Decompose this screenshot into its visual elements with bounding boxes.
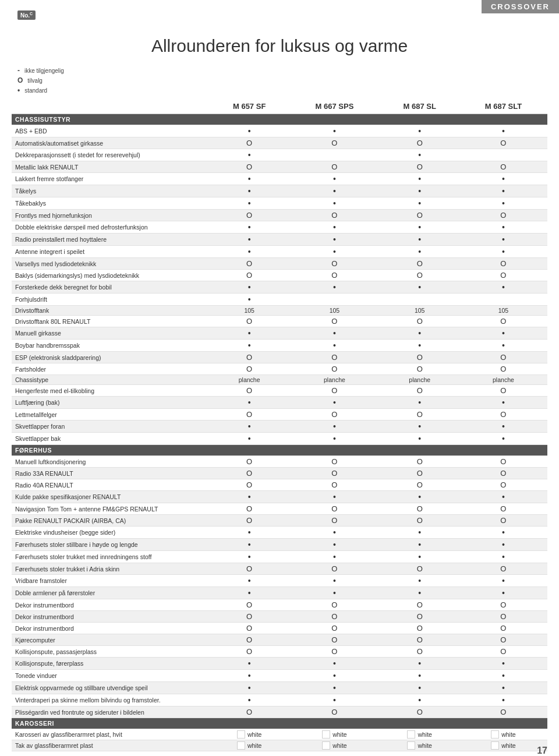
legend-symbol-dash: - <box>17 66 20 75</box>
bullet-icon: • <box>418 126 421 136</box>
value-cell: • <box>210 294 289 306</box>
bullet-icon: • <box>502 328 505 338</box>
circle-icon: O <box>331 469 337 478</box>
value-cell: O <box>210 137 289 149</box>
circle-icon: O <box>246 211 252 220</box>
value-cell: O <box>459 634 547 646</box>
value-cell: O <box>380 258 459 270</box>
circle-icon: O <box>500 612 506 621</box>
value-cell: O <box>210 409 289 421</box>
value-cell <box>459 294 547 306</box>
circle-icon: O <box>500 600 506 609</box>
table-row: Automatisk/automatiset girkasseOOOO <box>12 137 547 149</box>
section-header-row: KAROSSERI <box>12 718 547 729</box>
bullet-icon: • <box>333 126 336 136</box>
table-row: Dobble elektriske dørspeil med defroster… <box>12 221 547 234</box>
col2-header: M 667 SPS <box>289 99 380 114</box>
circle-icon: O <box>417 271 423 280</box>
value-cell: O <box>289 409 380 421</box>
circle-icon: O <box>417 564 423 573</box>
circle-icon: O <box>331 162 337 171</box>
circle-icon: O <box>500 410 506 419</box>
bullet-icon: • <box>502 398 505 407</box>
bullet-icon: • <box>502 174 505 183</box>
bullet-icon: • <box>502 576 505 585</box>
value-cell: • <box>380 221 459 234</box>
value-cell: • <box>210 185 289 197</box>
table-row: FartsholderOOOO <box>12 363 547 375</box>
feature-cell: Førerhusets stoler stillbare i høyde og … <box>12 539 210 551</box>
bullet-icon: • <box>333 174 336 183</box>
circle-icon: O <box>500 259 506 268</box>
bullet-icon: • <box>248 552 251 561</box>
bullet-icon: • <box>333 398 336 407</box>
feature-cell: Tak av glassfiberarmret plast <box>12 740 210 751</box>
circle-icon: O <box>331 457 337 466</box>
bullet-icon: • <box>418 683 421 693</box>
circle-icon: O <box>500 162 506 171</box>
value-cell: O <box>210 468 289 479</box>
value-cell: • <box>459 246 547 258</box>
circle-icon: O <box>246 317 252 326</box>
feature-cell: Luftfjæring (bak) <box>12 397 210 409</box>
bullet-icon: • <box>248 222 251 232</box>
table-row: Antenne integrert i speilet•••• <box>12 246 547 258</box>
value-cell <box>459 149 547 161</box>
bullet-icon: • <box>418 282 421 292</box>
value-cell: • <box>459 125 547 137</box>
bullet-icon: • <box>502 235 505 244</box>
bullet-icon: • <box>248 492 251 501</box>
bullet-icon: • <box>418 588 421 598</box>
value-cell: O <box>459 623 547 634</box>
value-cell: • <box>380 527 459 539</box>
value-cell: • <box>380 327 459 340</box>
value-cell: O <box>459 161 547 173</box>
feature-cell: Doble armlener på førerstoler <box>12 587 210 599</box>
circle-icon: O <box>246 139 252 147</box>
value-cell: O <box>289 623 380 634</box>
circle-icon: O <box>246 600 252 609</box>
value-cell: • <box>459 670 547 682</box>
table-row: Plisségardin ved frontrute og sideruter … <box>12 706 547 718</box>
value-cell: O <box>459 515 547 527</box>
circle-icon: O <box>500 635 506 644</box>
value-cell: O <box>380 210 459 221</box>
circle-icon: O <box>500 564 506 573</box>
section-header-row: CHASSISUTSTYR <box>12 114 547 125</box>
value-cell: white <box>289 740 380 751</box>
bullet-icon: • <box>248 695 251 705</box>
circle-icon: O <box>500 504 506 513</box>
bullet-icon: • <box>333 235 336 244</box>
bullet-icon: • <box>248 540 251 549</box>
value-cell: O <box>289 210 380 221</box>
value-cell: • <box>289 125 380 137</box>
circle-icon: O <box>417 624 423 633</box>
circle-icon: O <box>500 516 506 525</box>
circle-icon: O <box>500 139 506 147</box>
bullet-icon: • <box>248 422 251 431</box>
value-cell: planche <box>210 375 289 385</box>
bullet-icon: • <box>418 695 421 705</box>
value-cell: • <box>210 221 289 234</box>
circle-icon: O <box>417 708 423 716</box>
bullet-icon: • <box>333 576 336 585</box>
legend-text-dash: ikke tilgjengelig <box>24 68 64 74</box>
section-header-label: FØRERHUS <box>12 445 547 456</box>
value-cell: • <box>210 149 289 161</box>
circle-icon: O <box>417 635 423 644</box>
bullet-icon: • <box>333 199 336 208</box>
value-cell: O <box>289 634 380 646</box>
legend: - ikke tilgjengelig O tilvalg • standard <box>0 62 559 97</box>
table-row: Forsterkede dekk beregnet for bobil•••• <box>12 281 547 294</box>
bullet-icon: • <box>502 186 505 196</box>
bullet-icon: • <box>502 199 505 208</box>
table-row: Karosseri av glassfiberarmret plast, hvi… <box>12 729 547 740</box>
value-cell <box>289 149 380 161</box>
circle-icon: O <box>500 624 506 633</box>
circle-icon: O <box>331 259 337 268</box>
table-row: Luftfjæring (bak)•••• <box>12 397 547 409</box>
value-cell: O <box>380 646 459 658</box>
bullet-icon: • <box>502 683 505 693</box>
bullet-icon: • <box>418 235 421 244</box>
feature-cell: Dekkreparasjonssett (i stedet for resere… <box>12 149 210 161</box>
